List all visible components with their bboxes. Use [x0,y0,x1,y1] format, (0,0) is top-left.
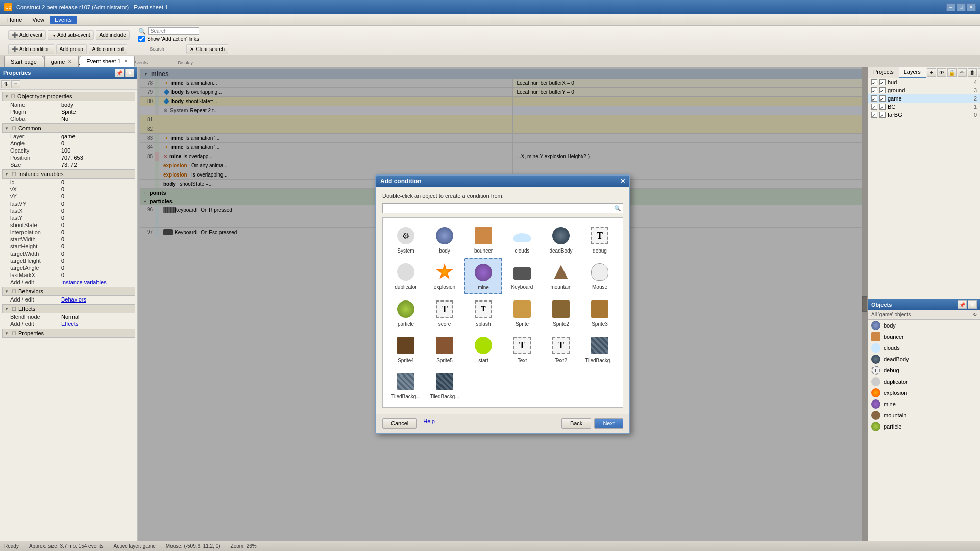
grid-item-keyboard[interactable]: Keyboard [503,258,541,294]
grid-item-particle[interactable]: particle [387,295,425,331]
help-link[interactable]: Help [423,418,435,429]
layer-hud[interactable]: hud 4 [868,78,980,86]
layer-ground[interactable]: ground 3 [868,86,980,94]
layers-eye-btn[interactable]: 👁 [937,68,946,77]
layer-game-lock[interactable] [879,95,886,102]
object-mine[interactable]: mine [868,398,980,410]
common-header[interactable]: ▼ ☐ Common [2,123,135,133]
layer-ground-check[interactable] [871,87,877,93]
effects-link[interactable]: Effects [61,321,133,327]
object-clouds[interactable]: clouds [868,342,980,354]
layer-bg-lock[interactable] [879,104,886,110]
grid-item-start[interactable]: start [464,332,502,367]
panel-pin-button[interactable]: 📌 [115,69,124,77]
grid-item-splash[interactable]: T splash [464,295,502,331]
layers-del-btn[interactable]: 🗑 [968,68,977,77]
layers-lock-btn[interactable]: 🔒 [947,68,957,77]
minimize-button[interactable]: ─ [946,3,955,11]
add-group-button[interactable]: Add group [56,44,87,54]
tab-game[interactable]: game ✕ [44,56,79,67]
grid-item-system[interactable]: ⚙ System [387,222,425,257]
panel-close-button[interactable]: ✕ [125,69,134,77]
layer-farbg[interactable]: farBG 0 [868,111,980,119]
properties2-header[interactable]: ▼ ☐ Properties [2,329,135,338]
behaviors-header[interactable]: ▼ ☐ Behaviors [2,287,135,296]
modal-close-button[interactable]: ✕ [620,178,625,185]
tab-game-close[interactable]: ✕ [68,59,72,64]
object-type-header[interactable]: ▼ ☐ Object type properties [2,92,135,101]
show-add-action-checkbox[interactable] [138,36,145,42]
instance-link[interactable]: Instance variables [61,279,133,285]
modal-search-input[interactable] [382,203,623,213]
add-condition-button[interactable]: ➕ Add condition [8,44,54,54]
layer-farbg-check[interactable] [871,112,877,118]
layer-game[interactable]: game 2 [868,94,980,103]
layer-game-check[interactable] [871,95,877,102]
back-button[interactable]: Back [561,418,591,429]
add-comment-button[interactable]: Add comment [89,44,128,54]
grid-item-text[interactable]: T Text [503,332,541,367]
grid-item-explosion[interactable]: explosion [426,258,463,294]
layers-add-btn[interactable]: + [927,68,936,77]
cancel-button[interactable]: Cancel [382,418,417,429]
grid-item-mountain[interactable]: mountain [542,258,580,294]
object-bouncer[interactable]: bouncer [868,331,980,342]
add-event-button[interactable]: ➕ Add event [8,30,46,40]
grid-item-tiled2[interactable]: TiledBackg... [387,368,425,403]
next-button[interactable]: Next [594,418,623,429]
object-mountain[interactable]: mountain [868,410,980,421]
layer-hud-check[interactable] [871,79,877,85]
grid-item-sprite3[interactable]: Sprite3 [581,295,619,331]
grid-item-bouncer[interactable]: bouncer [464,222,502,257]
layers-edit-btn[interactable]: ✏ [958,68,967,77]
layer-bg-check[interactable] [871,104,877,110]
close-button[interactable]: ✕ [967,3,976,11]
object-deadbody[interactable]: deadBody [868,354,980,365]
layer-farbg-lock[interactable] [879,112,886,118]
object-particle[interactable]: particle [868,421,980,432]
layer-ground-lock[interactable] [879,87,886,93]
tab-event-sheet-close[interactable]: ✕ [124,59,128,64]
grid-item-body[interactable]: body [426,222,463,257]
grid-item-sprite5[interactable]: Sprite5 [426,332,463,367]
object-body[interactable]: body [868,320,980,331]
object-explosion[interactable]: explosion [868,387,980,398]
grid-item-clouds[interactable]: clouds [503,222,541,257]
grid-item-score[interactable]: T score [426,295,463,331]
add-include-button[interactable]: Add include [96,30,130,40]
tab-layers[interactable]: Layers [899,67,926,78]
grid-item-deadbody[interactable]: deadBody [542,222,580,257]
grid-item-text2[interactable]: T Text2 [542,332,580,367]
objects-close[interactable]: ✕ [968,300,977,309]
tab-projects[interactable]: Projects [868,67,899,78]
grid-item-mine[interactable]: mine [464,258,502,294]
grid-item-tiled3[interactable]: TiledBackg... [426,368,463,403]
objects-refresh-icon[interactable]: ↻ [973,312,977,317]
layer-hud-lock[interactable] [879,79,886,85]
object-debug[interactable]: T debug [868,365,980,376]
grid-item-duplicator[interactable]: duplicator [387,258,425,294]
effects-header[interactable]: ▼ ☐ Effects [2,304,135,313]
grid-item-sprite4[interactable]: Sprite4 [387,332,425,367]
clear-search-button[interactable]: ✕ Clear search [186,44,228,54]
sort-alpha-button[interactable]: ⇅ [1,80,10,88]
layer-bg[interactable]: BG 1 [868,103,980,111]
grid-item-sprite[interactable]: Sprite [503,295,541,331]
layers-up-btn[interactable]: ↑ [978,68,980,77]
grid-item-mouse[interactable]: Mouse [581,258,619,294]
grid-item-tiled1[interactable]: TiledBackg... [581,332,619,367]
tab-start-page[interactable]: Start page [4,56,43,67]
menu-events[interactable]: Events [50,16,77,24]
sort-category-button[interactable]: ≡ [11,80,20,88]
add-sub-event-button[interactable]: ↳ Add sub-event [48,30,94,40]
instance-vars-header[interactable]: ▼ ☐ Instance variables [2,169,135,179]
object-duplicator[interactable]: duplicator [868,376,980,387]
grid-item-debug[interactable]: T debug [581,222,619,257]
behaviors-link[interactable]: Behaviors [61,296,133,303]
maximize-button[interactable]: □ [957,3,966,11]
menu-home[interactable]: Home [2,16,27,24]
menu-view[interactable]: View [27,16,50,24]
objects-pin[interactable]: 📌 [958,300,967,309]
grid-item-sprite2[interactable]: Sprite2 [542,295,580,331]
search-input[interactable] [148,27,199,35]
